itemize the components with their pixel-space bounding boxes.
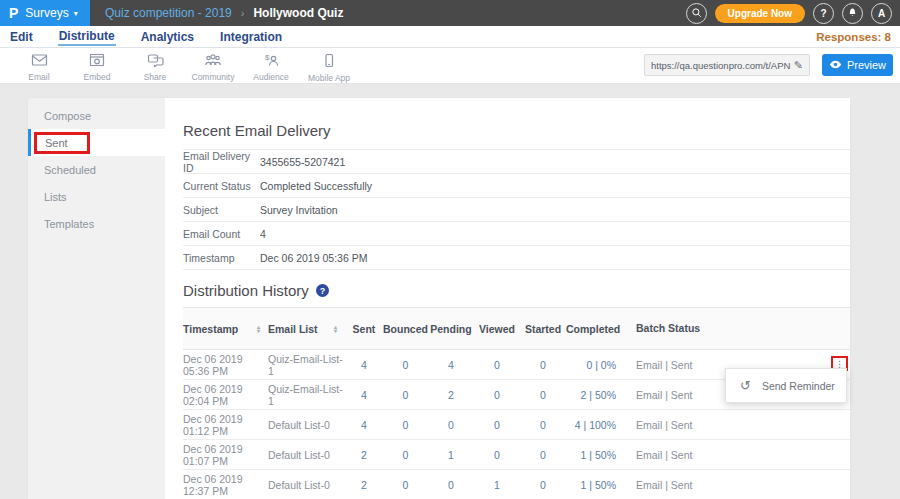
cell-started: 0 [520, 449, 566, 461]
search-button[interactable] [686, 3, 707, 24]
cell-batch-status: Email | Sent [622, 419, 850, 431]
sidebar-item-sent[interactable]: Sent [28, 129, 165, 156]
cell-timestamp: Dec 06 2019 02:04 PM [183, 383, 268, 407]
column-header-sent: Sent [345, 323, 383, 335]
column-header-completed: Completed [566, 323, 622, 335]
cell-viewed: 0 [474, 449, 520, 461]
cell-started: 0 [520, 419, 566, 431]
survey-url-field[interactable]: https://qa.questionpro.com/t/APNrFZf29 ✎ [644, 54, 810, 76]
cell-sent: 4 [345, 389, 383, 401]
cell-timestamp: Dec 06 2019 01:07 PM [183, 443, 268, 467]
breadcrumb-survey-folder[interactable]: Quiz competition - 2019 [105, 6, 232, 20]
info-label: Current Status [183, 180, 260, 192]
column-header-bounced: Bounced [383, 323, 428, 335]
info-value: Completed Successfully [260, 180, 372, 192]
breadcrumb-separator-icon: › [241, 7, 245, 19]
column-header-timestamp: Timestamp▴▾ [183, 323, 268, 335]
kebab-icon: ⋮ [835, 359, 844, 369]
cell-sent: 4 [345, 359, 383, 371]
eye-icon [829, 59, 842, 71]
cell-bounced: 0 [383, 359, 428, 371]
cell-completed: 0 | 0% [566, 359, 622, 371]
distribution-history-table: Timestamp▴▾Email List▴▾SentBouncedPendin… [183, 307, 850, 499]
cell-email-list: Quiz-Email-List-1 [268, 383, 345, 407]
info-label: Email Count [183, 228, 260, 240]
cell-timestamp: Dec 06 2019 12:37 PM [183, 473, 268, 497]
info-label: Subject [183, 204, 260, 216]
notifications-button[interactable] [842, 3, 863, 24]
cell-email-list: Default List-0 [268, 449, 345, 461]
cell-completed: 1 | 50% [566, 449, 622, 461]
sidebar-item-scheduled[interactable]: Scheduled [28, 156, 165, 183]
sent-content: Recent Email Delivery Email Delivery ID … [165, 98, 850, 499]
sidebar-item-compose[interactable]: Compose [28, 102, 165, 129]
send-reminder-clock-icon: ↺ [740, 378, 751, 393]
sidebar-item-label: Compose [44, 110, 91, 122]
channel-label: Share [144, 72, 167, 82]
nav-tab-distribute[interactable]: Distribute [58, 27, 116, 46]
distribute-toolbar: Email Embed Share Community $ Audience [0, 48, 900, 84]
sort-icon[interactable]: ▴▾ [334, 325, 337, 333]
channel-share[interactable]: Share [126, 53, 184, 83]
table-row[interactable]: Dec 06 2019 01:07 PMDefault List-0201001… [183, 440, 850, 470]
sidebar-item-templates[interactable]: Templates [28, 210, 165, 237]
help-circle-icon[interactable]: ? [316, 284, 329, 297]
preview-button-label: Preview [847, 59, 886, 71]
distribution-history-title: Distribution History [183, 282, 309, 299]
channel-label: Mobile App [308, 73, 350, 83]
column-header-viewed: Viewed [474, 323, 520, 335]
breadcrumb: Quiz competition - 2019 › Hollywood Quiz [90, 6, 686, 20]
sidebar-item-label: Sent [45, 137, 68, 149]
info-row: Timestamp Dec 06 2019 05:36 PM [183, 246, 850, 270]
responses-count[interactable]: Responses: 8 [816, 31, 891, 43]
question-mark-icon: ? [820, 8, 826, 19]
sidebar-item-label: Templates [44, 218, 94, 230]
channel-email[interactable]: Email [10, 53, 68, 83]
survey-nav: Edit Distribute Analytics Integration Re… [0, 26, 900, 48]
cell-started: 0 [520, 359, 566, 371]
cell-pending: 2 [428, 389, 474, 401]
cell-bounced: 0 [383, 449, 428, 461]
sort-icon[interactable]: ▴▾ [257, 325, 260, 333]
cell-viewed: 0 [474, 419, 520, 431]
cell-bounced: 0 [383, 419, 428, 431]
preview-button[interactable]: Preview [822, 54, 893, 76]
menu-item-send-reminder[interactable]: Send Reminder [762, 380, 835, 392]
cell-completed: 1 | 50% [566, 479, 622, 491]
nav-tab-analytics[interactable]: Analytics [140, 28, 195, 45]
table-row[interactable]: Dec 06 2019 01:12 PMDefault List-0400004… [183, 410, 850, 440]
table-header-row: Timestamp▴▾Email List▴▾SentBouncedPendin… [183, 307, 850, 350]
edit-pencil-icon[interactable]: ✎ [794, 59, 803, 72]
embed-icon [89, 53, 105, 71]
channel-mobile-app[interactable]: Mobile App [300, 53, 358, 83]
cell-timestamp: Dec 06 2019 05:36 PM [183, 353, 268, 377]
column-header-started: Started [520, 323, 566, 335]
channel-label: Community [192, 72, 235, 82]
cell-batch-status: Email | Sent [622, 479, 850, 491]
surveys-menu[interactable]: P Surveys ▾ [0, 0, 90, 26]
cell-viewed: 0 [474, 359, 520, 371]
column-header-pending: Pending [428, 323, 474, 335]
column-header-batch-status: Batch Status [622, 321, 850, 337]
cell-viewed: 1 [474, 479, 520, 491]
info-row: Subject Survey Invitation [183, 198, 850, 222]
top-bar: P Surveys ▾ Quiz competition - 2019 › Ho… [0, 0, 900, 26]
cell-completed: 4 | 100% [566, 419, 622, 431]
cell-started: 0 [520, 389, 566, 401]
annotation-highlight-sent: Sent [34, 132, 90, 154]
email-sidebar: Compose Sent Scheduled Lists Templates [28, 98, 165, 499]
table-row[interactable]: Dec 06 2019 12:37 PMDefault List-0200101… [183, 470, 850, 499]
cell-viewed: 0 [474, 389, 520, 401]
email-icon [31, 53, 48, 71]
cell-email-list: Default List-0 [268, 419, 345, 431]
channel-embed[interactable]: Embed [68, 53, 126, 83]
sidebar-item-lists[interactable]: Lists [28, 183, 165, 210]
upgrade-now-button[interactable]: Upgrade Now [715, 4, 805, 23]
nav-tab-edit[interactable]: Edit [9, 28, 34, 45]
cell-bounced: 0 [383, 479, 428, 491]
avatar[interactable]: A [871, 3, 892, 24]
channel-community[interactable]: Community [184, 53, 242, 83]
help-button[interactable]: ? [813, 3, 834, 24]
nav-tab-integration[interactable]: Integration [219, 28, 283, 45]
channel-audience[interactable]: $ Audience [242, 53, 300, 83]
